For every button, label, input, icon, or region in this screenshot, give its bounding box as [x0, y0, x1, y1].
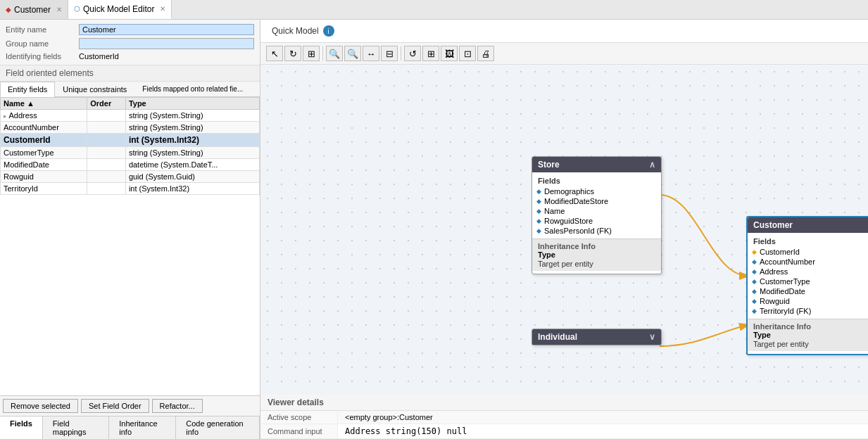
- store-body: Fields ◆ Demographics ◆ ModifiedDateStor…: [532, 172, 661, 274]
- table-row[interactable]: ▸ Address string (System.String): [1, 110, 260, 122]
- customer-field-customerid: ◆ CustomerId: [748, 247, 868, 257]
- toolbar-rotate[interactable]: ↻: [284, 46, 301, 61]
- entity-card-store[interactable]: Store ∧ Fields ◆ Demographics ◆ Modified…: [532, 156, 662, 274]
- entity-card-customer[interactable]: Customer ∧ Fields ◆ CustomerId ◆ Account…: [746, 216, 868, 355]
- individual-title: Individual: [538, 332, 577, 342]
- toolbar-sep2: [401, 46, 401, 61]
- entity-name-input[interactable]: Customer: [79, 24, 254, 35]
- table-row[interactable]: ModifiedDate datetime (System.DateT...: [1, 159, 260, 171]
- tab-customer[interactable]: ◆ Customer ✕: [0, 0, 68, 19]
- toolbar-refresh[interactable]: ↺: [404, 46, 421, 61]
- quick-model-tab-label: Quick Model Editor: [83, 4, 154, 14]
- tab-entity-fields[interactable]: Entity fields: [0, 82, 55, 97]
- store-field-rowguidstore: ◆ RowguidStore: [532, 216, 661, 226]
- tab-fields-mapped[interactable]: Fields mapped onto related fie...: [134, 82, 251, 96]
- table-row[interactable]: TerritoryId int (System.Int32): [1, 183, 260, 195]
- customer-field-rowguid: ◆ Rowguid: [748, 296, 868, 306]
- field-order: [87, 110, 126, 122]
- field-name: Rowguid: [1, 171, 87, 183]
- customer-tab-close[interactable]: ✕: [56, 6, 62, 13]
- group-name-label: Group name: [6, 39, 76, 48]
- table-row[interactable]: Rowguid guid (System.Guid): [1, 171, 260, 183]
- tab-quick-model[interactable]: ⬡ Quick Model Editor ✕: [68, 0, 172, 19]
- field-oriented-label: Field oriented elements: [0, 65, 260, 82]
- quick-model-tab-close[interactable]: ✕: [160, 5, 165, 13]
- col-name-header[interactable]: Name ▲: [1, 98, 87, 110]
- viewer-active-scope-label: Active scope: [260, 411, 338, 424]
- field-type: string (System.String): [125, 147, 259, 159]
- table-row[interactable]: CustomerType string (System.String): [1, 147, 260, 159]
- store-field-salespersonid: ◆ SalesPersonId (FK): [532, 226, 661, 236]
- store-title: Store: [538, 160, 560, 170]
- toolbar-expand[interactable]: ↔: [363, 46, 379, 61]
- customer-fields-label: Fields: [748, 236, 868, 247]
- customer-field-territoryid: ◆ TerritoryId (FK): [748, 306, 868, 316]
- entity-name-row: Entity name Customer: [0, 23, 260, 37]
- field-name: CustomerType: [1, 147, 87, 159]
- bottom-tab-field-mappings[interactable]: Field mappings: [43, 416, 109, 439]
- viewer-panel: Viewer details Active scope <empty group…: [260, 395, 868, 439]
- group-name-input[interactable]: [79, 38, 254, 49]
- toolbar-grid[interactable]: ⊟: [381, 46, 398, 61]
- entity-card-individual[interactable]: Individual ∨: [532, 329, 662, 345]
- set-field-order-button[interactable]: Set Field Order: [81, 399, 149, 413]
- bottom-tab-code-gen[interactable]: Code generation info: [176, 416, 260, 439]
- toolbar-image[interactable]: 🖼: [441, 46, 458, 61]
- table-row[interactable]: CustomerId int (System.Int32): [1, 134, 260, 147]
- individual-collapse-chevron[interactable]: ∨: [649, 332, 655, 342]
- toolbar-export[interactable]: ⊡: [459, 46, 476, 61]
- individual-header: Individual ∨: [532, 329, 661, 345]
- entity-name-label: Entity name: [6, 25, 76, 34]
- store-header: Store ∧: [532, 157, 661, 172]
- bottom-tabs: Fields Field mappings Inheritance info C…: [0, 416, 260, 439]
- refactor-button[interactable]: Refactor...: [152, 399, 203, 413]
- toolbar-arrow[interactable]: ↖: [266, 46, 283, 61]
- viewer-command-input[interactable]: [338, 424, 868, 438]
- identifying-fields-value: CustomerId: [79, 52, 119, 61]
- store-field-demographics: ◆ Demographics: [532, 186, 661, 196]
- toolbar-zoom-in[interactable]: 🔍: [326, 46, 343, 61]
- field-name: AccountNumber: [1, 122, 87, 134]
- main-layout: Entity name Customer Group name Identify…: [0, 20, 868, 439]
- table-row[interactable]: AccountNumber string (System.String): [1, 122, 260, 134]
- toolbar-zoom-out[interactable]: 🔍: [344, 46, 361, 61]
- customer-field-customertype: ◆ CustomerType: [748, 276, 868, 286]
- canvas-title: Quick Model i: [260, 20, 868, 43]
- field-name: TerritoryId: [1, 183, 87, 195]
- field-type: string (System.String): [125, 110, 259, 122]
- info-icon[interactable]: i: [323, 25, 334, 37]
- fields-table: Name ▲ Order Type ▸ Address string (Syst…: [0, 97, 260, 195]
- col-type-header[interactable]: Type: [125, 98, 259, 110]
- field-type: datetime (System.DateT...: [125, 159, 259, 171]
- toolbar-zoom-fit[interactable]: ⊞: [303, 46, 320, 61]
- canvas-area[interactable]: •1 Many Store ∧ Fields ◆ Demographics ◆ …: [260, 65, 868, 395]
- store-field-modifieddatestore: ◆ ModifiedDateStore: [532, 196, 661, 206]
- customer-inheritance-info: Inheritance Info Type Target per entity: [748, 319, 868, 351]
- field-order: [87, 159, 126, 171]
- bottom-tab-fields[interactable]: Fields: [0, 416, 43, 439]
- col-order-header[interactable]: Order: [87, 98, 126, 110]
- customer-field-address: ◆ Address: [748, 267, 868, 276]
- canvas-title-text: Quick Model: [272, 26, 319, 36]
- field-order: [87, 171, 126, 183]
- viewer-title: Viewer details: [260, 395, 868, 411]
- remove-selected-button[interactable]: Remove selected: [3, 399, 78, 413]
- bottom-tab-inheritance[interactable]: Inheritance info: [109, 416, 176, 439]
- store-collapse-chevron[interactable]: ∧: [649, 160, 655, 170]
- toolbar-print[interactable]: 🖨: [477, 46, 494, 61]
- tab-unique-constraints[interactable]: Unique constraints: [55, 82, 134, 96]
- customer-header: Customer ∧: [748, 217, 868, 233]
- customer-tab-label: Customer: [14, 5, 51, 15]
- bottom-buttons: Remove selected Set Field Order Refactor…: [0, 395, 260, 416]
- customer-field-modifieddate: ◆ ModifiedDate: [748, 286, 868, 296]
- right-panel: Quick Model i ↖ ↻ ⊞ 🔍 🔍 ↔ ⊟ ↺ ⊞ 🖼 ⊡ 🖨: [260, 20, 868, 439]
- customer-body: Fields ◆ CustomerId ◆ AccountNumber ◆ Ad…: [748, 233, 868, 354]
- field-order: [87, 183, 126, 195]
- store-field-name: ◆ Name: [532, 206, 661, 216]
- field-type: int (System.Int32): [125, 183, 259, 195]
- field-name: ▸ Address: [1, 110, 87, 122]
- field-order: [87, 147, 126, 159]
- group-name-row: Group name: [0, 37, 260, 51]
- toolbar-layout[interactable]: ⊞: [422, 46, 439, 61]
- field-order: [87, 122, 126, 134]
